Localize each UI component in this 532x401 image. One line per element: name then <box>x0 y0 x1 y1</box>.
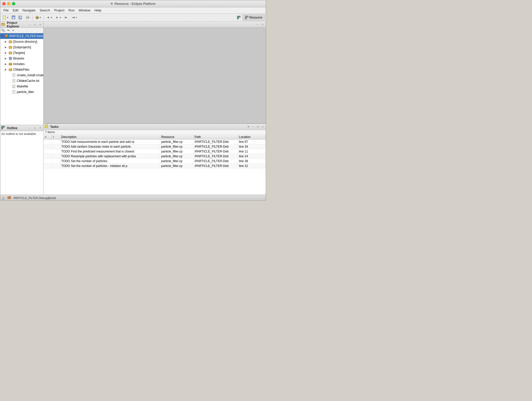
maximize-button[interactable] <box>12 2 15 5</box>
editor-maximize[interactable]: □ <box>261 23 265 27</box>
col-resource[interactable]: Resource <box>160 135 194 140</box>
outline-header: Outline − □ × <box>0 125 43 131</box>
menu-window[interactable]: Window <box>77 8 92 13</box>
table-row[interactable]: TODO Find the predicted measurement that… <box>43 149 266 154</box>
editor-minimize[interactable]: − <box>256 23 260 27</box>
toolbar-separator-2 <box>43 15 44 20</box>
outline-minimize[interactable]: − <box>28 126 32 130</box>
editor-controls[interactable]: − □ <box>256 23 265 27</box>
col-description[interactable]: Description <box>60 135 160 140</box>
main-toolbar: + ▾ M ▾ ▾ ▾ ▾ Resource <box>0 13 266 22</box>
project-explorer-title: Project Explorer <box>7 21 27 28</box>
collapse-all-button[interactable] <box>1 28 5 33</box>
project-explorer-close[interactable]: × <box>38 23 42 27</box>
editor-header: − □ <box>43 22 266 28</box>
tree-item-root[interactable]: ▾ PARTICLE_FILTER-Debug@build <box>0 33 43 39</box>
table-row[interactable]: TODO Add measurements to each particle a… <box>43 140 266 144</box>
outline-title: Outline <box>7 126 27 130</box>
tree-label-includes: Includes <box>13 62 25 66</box>
binaries-icon: 01 <box>8 56 12 60</box>
table-row[interactable]: TODO Add random Gaussian noise to each p… <box>43 144 266 149</box>
table-row[interactable]: TODO Set the number of particles particl… <box>43 159 266 164</box>
nav-forward-button[interactable]: ▾ <box>70 15 78 20</box>
window-controls[interactable] <box>2 2 15 5</box>
col-path[interactable]: Path <box>194 135 238 140</box>
nav-back-button[interactable] <box>63 15 69 20</box>
project-explorer-header: Project Explorer − □ × <box>0 22 43 28</box>
outline-close[interactable]: × <box>38 126 42 130</box>
tree-item-binaries[interactable]: ▶ 01 Binaries <box>0 56 43 61</box>
col-location[interactable]: Location <box>238 135 265 140</box>
back-button[interactable]: ▾ <box>45 15 53 20</box>
status-icon2 <box>7 196 11 200</box>
new-button[interactable]: + ▾ <box>1 15 10 20</box>
tree-item-makefile[interactable]: Makefile <box>0 84 43 89</box>
tree-item-subprojects[interactable]: ▶ [Subprojects] <box>0 44 43 50</box>
menu-project[interactable]: Project <box>52 8 66 13</box>
tasks-table[interactable]: ✓ ! Description Resource Path Location T… <box>43 135 266 195</box>
tree-toggle-subprojects[interactable]: ▶ <box>5 46 8 49</box>
editor-area: − □ <box>43 22 266 124</box>
tasks-minimize[interactable]: − <box>251 125 255 129</box>
menu-edit[interactable]: Edit <box>11 8 20 13</box>
build-button[interactable]: M ▾ <box>34 15 42 20</box>
status-icon <box>1 196 5 200</box>
project-explorer-toolbar: ▾ <box>0 28 43 33</box>
tree-toggle-includes[interactable]: ▶ <box>5 63 8 65</box>
project-explorer-icon <box>1 22 5 27</box>
save-button[interactable] <box>10 15 17 20</box>
tree-toggle-targets[interactable]: ▶ <box>5 52 8 54</box>
menu-help[interactable]: Help <box>92 8 103 13</box>
save-all-button[interactable] <box>17 15 24 20</box>
menu-search[interactable]: Search <box>38 8 52 13</box>
view-menu-button[interactable]: ▾ <box>11 28 15 33</box>
project-explorer-maximize[interactable]: □ <box>33 23 37 27</box>
svg-rect-3 <box>13 16 14 17</box>
forward-button[interactable]: ▾ <box>54 15 62 20</box>
tree-label-source: [Source directory] <box>13 40 37 43</box>
svg-rect-19 <box>237 18 239 19</box>
includes-icon: <h> <box>8 62 12 66</box>
col-check[interactable]: ✓ <box>43 135 52 140</box>
tree-item-cmake-install[interactable]: cmake_install.cmake <box>0 72 43 78</box>
tree-item-particle-filter[interactable]: particle_filter <box>0 89 43 95</box>
tree-item-targets[interactable]: ▶ [Targets] <box>0 50 43 56</box>
open-perspective-icon[interactable] <box>235 15 242 20</box>
tree-toggle-root[interactable]: ▾ <box>1 35 4 37</box>
link-with-editor-button[interactable] <box>6 28 10 33</box>
tasks-close[interactable]: × <box>261 125 265 129</box>
tree-toggle-binaries[interactable]: ▶ <box>5 57 8 60</box>
outline-maximize[interactable]: □ <box>33 126 37 130</box>
menu-navigate[interactable]: Navigate <box>20 8 37 13</box>
tree-item-cmakefiles[interactable]: ▶ CMakeFiles <box>0 67 43 72</box>
print-button[interactable] <box>24 15 31 20</box>
table-row[interactable]: TODO Set the number of particles - initi… <box>43 164 266 168</box>
cell-path: /PARTICLE_FILTER-Deb <box>194 164 238 168</box>
menu-bar: File Edit Navigate Search Project Run Wi… <box>0 7 266 13</box>
svg-marker-14 <box>56 17 58 19</box>
tree-item-source[interactable]: ▶ [Source directory] <box>0 39 43 44</box>
project-tree[interactable]: ▾ PARTICLE_FILTER-Debug@build ▶ [Source … <box>0 33 43 125</box>
menu-run[interactable]: Run <box>66 8 77 13</box>
menu-file[interactable]: File <box>1 8 11 13</box>
tree-toggle-source[interactable]: ▶ <box>5 40 8 43</box>
cell-resource: particle_filter.cp <box>160 164 194 168</box>
tree-label-makefile: Makefile <box>17 85 28 88</box>
project-explorer-minimize[interactable]: − <box>28 23 32 27</box>
close-button[interactable] <box>2 2 6 5</box>
main-layout: Project Explorer − □ × ▾ ▾ <box>0 22 266 195</box>
perspective-button[interactable]: Resource <box>243 14 265 21</box>
minimize-button[interactable] <box>7 2 10 5</box>
col-excl[interactable]: ! <box>52 135 60 140</box>
svg-marker-13 <box>47 17 49 19</box>
cell-path: /PARTICLE_FILTER-Deb <box>194 154 238 159</box>
tree-toggle-cmakefiles[interactable]: ▶ <box>5 68 8 71</box>
tasks-header: Tasks ▾ − □ × <box>43 124 266 130</box>
tree-item-cmakecache[interactable]: CMakeCache.txt <box>0 78 43 84</box>
table-row[interactable]: TODO Resample particles with replacement… <box>43 154 266 159</box>
tasks-maximize[interactable]: □ <box>256 125 260 129</box>
cell-description: TODO Find the predicted measurement that… <box>60 149 160 154</box>
tree-item-includes[interactable]: ▶ <h> Includes <box>0 61 43 67</box>
tasks-dropdown[interactable]: ▾ <box>246 125 250 129</box>
cell-description: TODO Set the number of particles - initi… <box>60 164 160 168</box>
